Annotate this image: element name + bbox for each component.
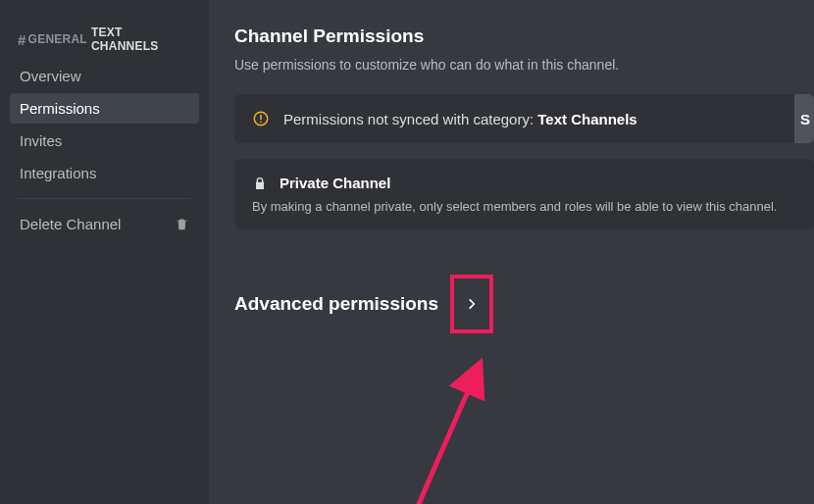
page-subtitle: Use permissions to customize who can do … [234,57,814,73]
private-channel-description: By making a channel private, only select… [252,199,796,214]
private-channel-card: Private Channel By making a channel priv… [234,159,814,229]
warning-icon [252,110,270,127]
svg-rect-1 [260,115,262,120]
sidebar-item-label: Invites [20,132,62,149]
sidebar-item-label: Integrations [20,165,96,181]
advanced-permissions-row: Advanced permissions [234,275,814,333]
advanced-permissions-toggle[interactable] [450,275,493,333]
sidebar-item-integrations[interactable]: Integrations [10,158,199,188]
category-name: TEXT CHANNELS [91,25,191,53]
sidebar-item-delete-channel[interactable]: Delete Channel [10,209,199,239]
channel-name: GENERAL [28,32,87,46]
advanced-permissions-title: Advanced permissions [234,293,438,315]
hash-icon: # [18,31,26,48]
chevron-right-icon [465,297,479,311]
annotation-arrow [373,353,510,504]
sidebar-item-invites[interactable]: Invites [10,126,199,156]
sync-now-button[interactable]: S [794,94,814,143]
settings-sidebar: # GENERAL TEXT CHANNELS Overview Permiss… [0,0,209,504]
sync-prefix: Permissions not synced with category: [283,111,537,127]
private-channel-title: Private Channel [280,175,390,191]
sidebar-item-permissions[interactable]: Permissions [10,93,199,124]
sidebar-item-label: Delete Channel [20,216,121,232]
lock-icon [252,176,268,191]
svg-line-3 [412,367,479,504]
sync-notice-card: Permissions not synced with category: Te… [234,94,814,143]
trash-icon [175,217,189,231]
sidebar-header: # GENERAL TEXT CHANNELS [10,25,199,61]
sidebar-item-overview[interactable]: Overview [10,61,199,91]
sidebar-item-label: Overview [20,68,81,84]
sync-category: Text Channels [537,111,636,127]
content-area: Channel Permissions Use permissions to c… [209,0,814,504]
sidebar-item-label: Permissions [20,100,100,117]
sync-notice-text: Permissions not synced with category: Te… [283,111,637,127]
sidebar-divider [18,198,191,199]
svg-rect-2 [260,122,262,124]
page-title: Channel Permissions [234,25,814,47]
